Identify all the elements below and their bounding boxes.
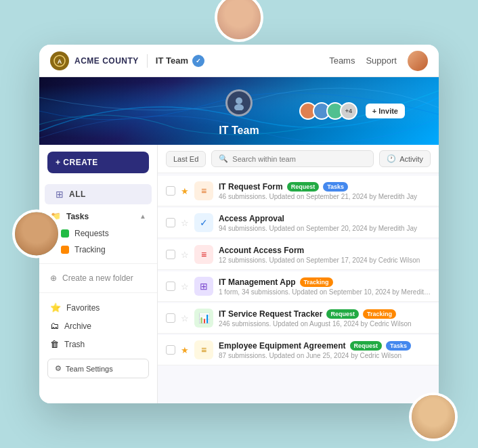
brand-logo: A — [50, 51, 69, 70]
support-link[interactable]: Support — [366, 55, 397, 66]
item-title-row: IT Service Request Tracker RequestTracki… — [219, 309, 431, 319]
sidebar-create-folder[interactable]: ⊕ Create a new folder — [39, 269, 157, 287]
item-title: IT Request Form — [219, 182, 283, 192]
nav-divider — [147, 54, 148, 68]
archive-icon: 🗂 — [50, 321, 59, 331]
subfolder-label-tracking: Tracking — [74, 245, 106, 254]
item-meta: 12 submissions. Updated on September 17,… — [219, 256, 431, 264]
teams-link[interactable]: Teams — [329, 55, 355, 66]
create-folder-label: Create a new folder — [62, 273, 133, 283]
item-icon: 📊 — [194, 309, 213, 328]
item-title: IT Service Request Tracker — [219, 309, 322, 319]
all-label: ALL — [69, 189, 86, 199]
item-meta: 46 submissions. Updated on September 21,… — [219, 193, 431, 200]
navbar: A ACME COUNTY IT Team ✓ Teams Support — [39, 45, 439, 77]
item-meta: 246 submissions. Updated on August 16, 2… — [219, 320, 431, 328]
invite-button[interactable]: + Invite — [366, 104, 405, 118]
sidebar-item-all[interactable]: ⊞ ALL — [45, 184, 152, 204]
tag-tasks: Tasks — [386, 341, 411, 351]
item-star[interactable]: ★ — [181, 186, 189, 196]
item-star[interactable]: ☆ — [181, 282, 189, 292]
nav-right: Teams Support — [329, 51, 428, 71]
subfolder-dot-tracking — [61, 246, 69, 254]
list-item: ★ ≡ Employee Equipment Agreement Request… — [158, 335, 439, 365]
item-title-row: Employee Equipment Agreement RequestTask… — [219, 341, 431, 351]
team-avatar — [225, 89, 253, 116]
archive-label: Archive — [64, 321, 91, 331]
list-item: ☆ 📊 IT Service Request Tracker RequestTr… — [158, 303, 439, 334]
item-title: Access Approval — [219, 214, 284, 223]
items-list: ★ ≡ IT Request Form RequestTasks 46 subm… — [158, 173, 439, 403]
item-title: Account Access Form — [219, 246, 304, 255]
avatar-bottom-right — [409, 393, 458, 441]
tag-request: Request — [287, 182, 320, 192]
tag-tracking: Tracking — [363, 309, 396, 319]
item-checkbox[interactable] — [166, 250, 175, 259]
item-title-row: IT Management App Tracking — [219, 277, 431, 287]
item-icon: ⊞ — [194, 277, 213, 296]
tag-tracking: Tracking — [300, 277, 333, 287]
sidebar-section-all: ⊞ ALL — [39, 181, 157, 207]
sidebar-item-archive[interactable]: 🗂 Archive — [39, 317, 157, 335]
item-star[interactable]: ★ — [181, 345, 189, 355]
item-meta: 1 form, 34 submissions. Updated on Septe… — [219, 288, 431, 296]
sidebar-divider-2 — [39, 292, 157, 293]
user-avatar[interactable] — [408, 51, 428, 71]
search-icon: 🔍 — [219, 154, 228, 163]
banner-members: +4 + Invite — [299, 102, 405, 120]
member-count: +4 — [340, 102, 357, 120]
item-star[interactable]: ☆ — [181, 250, 189, 260]
tag-request: Request — [350, 341, 383, 351]
gear-icon: ⚙ — [55, 364, 62, 373]
team-settings-label: Team Settings — [66, 365, 113, 373]
item-checkbox[interactable] — [166, 218, 175, 227]
svg-point-2 — [236, 97, 242, 104]
team-settings-button[interactable]: ⚙ Team Settings — [47, 359, 149, 378]
item-content: IT Request Form RequestTasks 46 submissi… — [219, 182, 431, 200]
favorites-icon: ⭐ — [50, 303, 61, 313]
create-button[interactable]: + CREATE — [47, 152, 149, 173]
sidebar-item-favorites[interactable]: ⭐ Favorites — [39, 298, 157, 317]
item-icon: ≡ — [194, 245, 213, 264]
folder-label: Tasks — [66, 212, 89, 221]
item-checkbox[interactable] — [166, 345, 175, 355]
subfolder-label-requests: Requests — [74, 229, 109, 238]
item-checkbox[interactable] — [166, 282, 175, 291]
main-toolbar: Last Ed 🔍 🕐 Activity — [158, 145, 439, 173]
list-item: ★ ≡ IT Request Form RequestTasks 46 subm… — [158, 176, 439, 206]
item-content: Employee Equipment Agreement RequestTask… — [219, 341, 431, 359]
all-icon: ⊞ — [56, 189, 64, 200]
item-title-row: Access Approval — [219, 214, 431, 223]
item-title-row: Account Access Form — [219, 246, 431, 255]
activity-button[interactable]: 🕐 Activity — [379, 150, 431, 167]
brand-name: ACME COUNTY — [74, 56, 139, 66]
member-avatar-group: +4 — [299, 102, 357, 120]
item-content: IT Service Request Tracker RequestTracki… — [219, 309, 431, 328]
list-item: ☆ ⊞ IT Management App Tracking 1 form, 3… — [158, 271, 439, 302]
item-star[interactable]: ☆ — [181, 218, 189, 228]
sidebar-item-trash[interactable]: 🗑 Trash — [39, 335, 157, 353]
item-checkbox[interactable] — [166, 186, 175, 196]
subfolder-dot-requests — [61, 229, 69, 238]
svg-point-3 — [234, 104, 244, 110]
nav-team-label: IT Team ✓ — [156, 55, 204, 67]
favorites-label: Favorites — [66, 303, 100, 313]
item-meta: 94 submissions. Updated on September 20,… — [219, 225, 431, 232]
tag-request: Request — [326, 309, 359, 319]
item-star[interactable]: ☆ — [181, 313, 189, 323]
activity-label: Activity — [399, 155, 423, 163]
plus-icon: ⊕ — [50, 273, 57, 283]
item-title: IT Management App — [219, 277, 296, 287]
main-content: Last Ed 🔍 🕐 Activity ★ ≡ IT Request Form… — [158, 145, 439, 403]
item-content: IT Management App Tracking 1 form, 34 su… — [219, 277, 431, 296]
list-item: ☆ ✓ Access Approval 94 submissions. Upda… — [158, 208, 439, 238]
svg-text:A: A — [58, 58, 62, 65]
item-meta: 87 submissions. Updated on June 25, 2024… — [219, 352, 431, 359]
item-icon: ≡ — [194, 340, 213, 359]
trash-label: Trash — [64, 340, 85, 349]
tag-tasks: Tasks — [323, 182, 348, 192]
item-checkbox[interactable] — [166, 313, 175, 323]
search-input[interactable] — [232, 155, 366, 163]
filter-button[interactable]: Last Ed — [166, 151, 206, 167]
verified-icon: ✓ — [192, 55, 204, 67]
